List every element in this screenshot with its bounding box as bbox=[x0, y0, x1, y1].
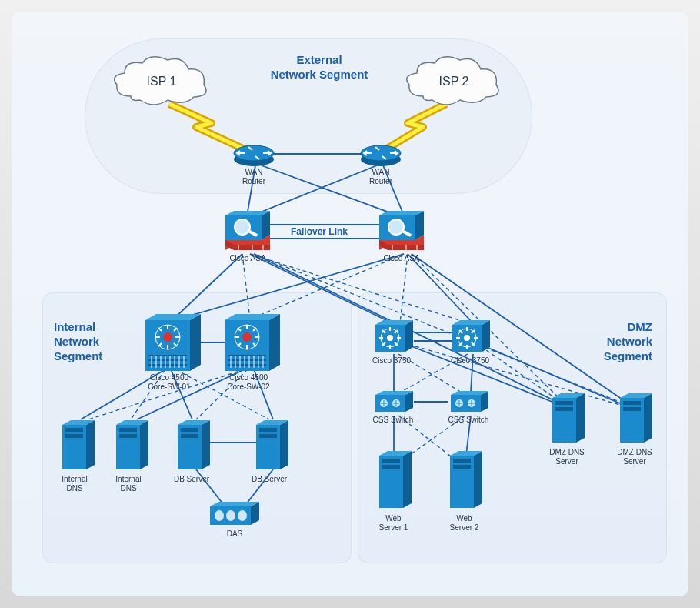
css2-label: CSS Switch bbox=[443, 416, 494, 425]
int-dns1-label: InternalDNS bbox=[55, 475, 94, 493]
isp2-label: ISP 2 bbox=[431, 77, 477, 86]
dmz-dns1-label: DMZ DNSServer bbox=[542, 448, 592, 466]
core1-label: Cisco 4500Core-SW-01 bbox=[142, 373, 196, 392]
c3750a-label: Cisco 3750 bbox=[368, 356, 415, 366]
db2-label: DB Server bbox=[246, 475, 292, 484]
core2-label: Cisco 4500Core-SW-02 bbox=[222, 373, 275, 392]
network-diagram: .s{stroke:#1e5fab;stroke-width:1.8;fill:… bbox=[0, 0, 700, 608]
css1-label: CSS Switch bbox=[368, 416, 418, 425]
failover-label: Failover Link bbox=[291, 226, 348, 237]
wan-router-2-label: WANRouter bbox=[362, 168, 400, 186]
asa1-label: Cisco ASA bbox=[223, 254, 272, 263]
int-dns2-label: InternalDNS bbox=[109, 475, 148, 493]
das-label: DAS bbox=[215, 529, 254, 539]
dmz-segment-title: DMZNetworkSegment bbox=[583, 319, 652, 363]
internal-segment-title: InternalNetworkSegment bbox=[54, 319, 123, 363]
isp1-label: ISP 1 bbox=[138, 77, 185, 86]
asa2-label: Cisco ASA bbox=[377, 254, 426, 263]
dmz-dns2-label: DMZ DNSServer bbox=[610, 448, 659, 466]
c3750b-label: Cisco 3750 bbox=[446, 356, 494, 366]
web2-label: WebServer 2 bbox=[443, 514, 485, 533]
db1-label: DB Server bbox=[168, 475, 215, 484]
web1-label: WebServer 1 bbox=[372, 514, 415, 533]
external-segment-title: ExternalNetwork Segment bbox=[254, 52, 385, 82]
wan-router-1-label: WANRouter bbox=[235, 168, 273, 186]
